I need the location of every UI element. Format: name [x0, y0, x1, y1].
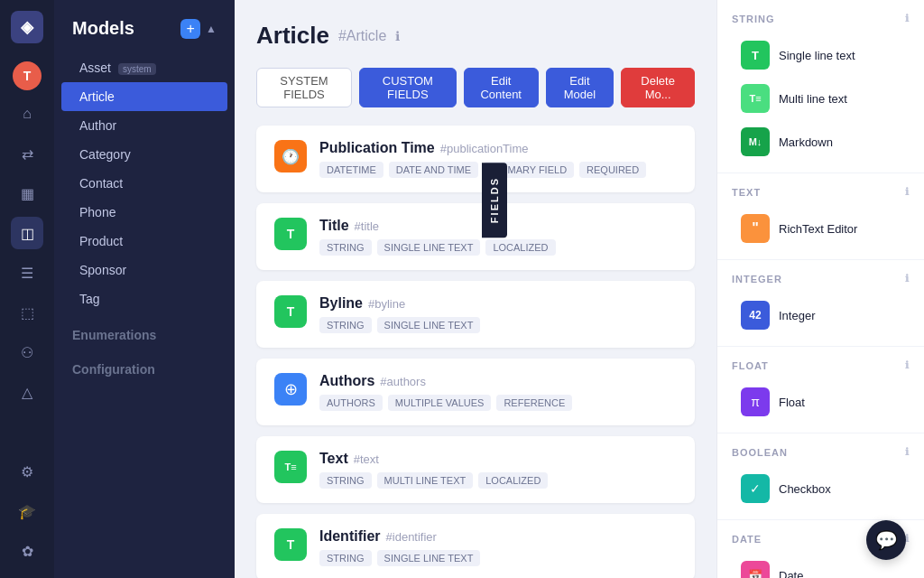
richtext-editor-label: RichText Editor: [779, 222, 857, 236]
sidebar-item-tag[interactable]: Tag: [61, 284, 227, 313]
rp-section-boolean: BOOLEAN ℹ ✓ Checkbox: [717, 434, 924, 520]
settings-icon[interactable]: ⚙: [11, 455, 43, 488]
tag-required: REQUIRED: [579, 162, 646, 178]
rp-item-markdown[interactable]: M↓ Markdown: [732, 120, 910, 163]
right-panel: STRING ℹ T Single line text T≡ Multi lin…: [716, 0, 924, 578]
field-info-byline: Byline #byline STRING SINGLE LINE TEXT: [319, 295, 480, 333]
layers-icon[interactable]: ◫: [11, 217, 43, 249]
tag-single-line-text-byline: SINGLE LINE TEXT: [377, 317, 481, 333]
avatar[interactable]: T: [13, 61, 42, 90]
add-model-button[interactable]: +: [180, 19, 200, 39]
home-icon[interactable]: ⌂: [11, 98, 43, 130]
tag-string-byline: STRING: [319, 317, 372, 333]
shapes-icon[interactable]: △: [11, 376, 43, 408]
list-icon[interactable]: ☰: [11, 256, 43, 289]
chat-bubble[interactable]: 💬: [866, 520, 906, 560]
checkbox-icon: ✓: [741, 474, 770, 503]
graduation-icon[interactable]: 🎓: [11, 495, 43, 527]
rp-info-float[interactable]: ℹ: [905, 359, 910, 371]
page-header: Article #Article ℹ: [256, 22, 695, 50]
grid-icon[interactable]: ▦: [11, 177, 43, 210]
markdown-icon: M↓: [741, 127, 770, 156]
rp-label-boolean: BOOLEAN ℹ: [732, 446, 910, 458]
tag-localized-text: LOCALIZED: [478, 472, 548, 489]
tabs-bar: SYSTEM FIELDS CUSTOM FIELDS Edit Content…: [256, 68, 695, 107]
integration-icon[interactable]: ⚇: [11, 336, 43, 368]
field-info-title: Title #title STRING SINGLE LINE TEXT LOC…: [319, 218, 556, 256]
enumerations-heading[interactable]: Enumerations: [54, 313, 235, 348]
date-label: Date: [779, 569, 803, 579]
tab-system-fields[interactable]: SYSTEM FIELDS: [256, 68, 352, 107]
sidebar-item-author[interactable]: Author: [61, 111, 227, 140]
rp-info-text[interactable]: ℹ: [905, 186, 910, 198]
sidebar-item-sponsor[interactable]: Sponsor: [61, 256, 227, 284]
rp-info-integer[interactable]: ℹ: [905, 273, 910, 284]
tag-datetime: DATETIME: [319, 162, 383, 178]
tab-edit-content[interactable]: Edit Content: [464, 68, 539, 107]
rp-item-integer[interactable]: 42 Integer: [732, 294, 910, 337]
sidebar-item-article[interactable]: Article: [61, 82, 227, 111]
multi-line-text-label: Multi line text: [779, 92, 847, 106]
field-card-title: T Title #title STRING SINGLE LINE TEXT L…: [256, 203, 695, 270]
float-icon: π: [741, 387, 770, 416]
field-icon-title: T: [274, 218, 307, 250]
tag-authors: AUTHORS: [319, 395, 383, 411]
fields-panel-toggle[interactable]: FIELDS: [482, 163, 507, 238]
float-label: Float: [779, 396, 805, 409]
single-line-text-label: Single line text: [779, 49, 855, 62]
tab-edit-model[interactable]: Edit Model: [546, 68, 614, 107]
rp-section-integer: INTEGER ℹ 42 Integer: [717, 260, 924, 347]
tag-string-text: STRING: [319, 472, 372, 489]
rp-label-float: FLOAT ℹ: [732, 359, 910, 371]
rp-section-string: STRING ℹ T Single line text T≡ Multi lin…: [717, 0, 924, 173]
rp-info-boolean[interactable]: ℹ: [905, 446, 910, 458]
sidebar-item-contact[interactable]: Contact: [61, 169, 227, 198]
link-icon[interactable]: ⇄: [11, 137, 43, 170]
integer-icon: 42: [741, 301, 770, 330]
field-tags-title: STRING SINGLE LINE TEXT LOCALIZED: [319, 239, 556, 256]
rp-section-float: FLOAT ℹ π Float: [717, 347, 924, 434]
rp-item-float[interactable]: π Float: [732, 380, 910, 424]
page-title: Article: [256, 22, 329, 50]
rp-section-text: TEXT ℹ " RichText Editor: [717, 173, 924, 260]
sidebar-item-asset[interactable]: Asset system: [61, 53, 227, 82]
tag-single-line-text: SINGLE LINE TEXT: [377, 239, 481, 256]
tab-custom-fields[interactable]: CUSTOM FIELDS: [359, 68, 457, 107]
sidebar-item-phone[interactable]: Phone: [61, 198, 227, 227]
apps-icon[interactable]: ✿: [11, 535, 43, 567]
field-tags-byline: STRING SINGLE LINE TEXT: [319, 317, 480, 333]
field-card-text: T≡ Text #text STRING MULTI LINE TEXT LOC…: [256, 436, 695, 503]
rp-item-multi-line-text[interactable]: T≡ Multi line text: [732, 77, 910, 120]
field-api-text: #text: [354, 452, 379, 466]
rp-label-text: TEXT ℹ: [732, 186, 910, 198]
field-name-title: Title #title: [319, 218, 556, 234]
tab-delete-model[interactable]: Delete Mo...: [621, 68, 695, 107]
models-sidebar: Models + ▲ Asset system Article Author C…: [54, 0, 235, 578]
integer-label: Integer: [779, 309, 815, 322]
field-card-publication-time: 🕐 Publication Time #publicationTime DATE…: [256, 126, 695, 192]
field-info-identifier: Identifier #identifier STRING SINGLE LIN…: [319, 528, 480, 566]
rp-item-checkbox[interactable]: ✓ Checkbox: [732, 467, 910, 510]
tag-multiple-values: MULTIPLE VALUES: [388, 395, 492, 411]
collapse-button[interactable]: ▲: [206, 23, 217, 35]
configuration-heading[interactable]: Configuration: [54, 348, 235, 382]
rp-item-richtext-editor[interactable]: " RichText Editor: [732, 207, 910, 250]
sidebar-item-product[interactable]: Product: [61, 227, 227, 256]
rp-label-string: STRING ℹ: [732, 13, 910, 24]
image-icon[interactable]: ⬚: [11, 296, 43, 329]
tag-localized: LOCALIZED: [485, 239, 555, 256]
sidebar-item-category[interactable]: Category: [61, 140, 227, 169]
richtext-editor-icon: ": [741, 214, 770, 243]
tag-single-line-text-identifier: SINGLE LINE TEXT: [377, 550, 481, 566]
markdown-label: Markdown: [779, 135, 833, 149]
tag-string-identifier: STRING: [319, 550, 372, 566]
field-api-identifier: #identifier: [386, 530, 437, 544]
field-info-authors: Authors #authors AUTHORS MULTIPLE VALUES…: [319, 373, 572, 411]
rp-info-string[interactable]: ℹ: [905, 13, 910, 24]
tag-reference: REFERENCE: [496, 395, 572, 411]
rp-item-single-line-text[interactable]: T Single line text: [732, 33, 910, 77]
field-name-text: Text #text: [319, 451, 548, 467]
field-name-publication-time: Publication Time #publicationTime: [319, 140, 646, 156]
field-name-identifier: Identifier #identifier: [319, 528, 480, 545]
field-tags-text: STRING MULTI LINE TEXT LOCALIZED: [319, 472, 548, 489]
